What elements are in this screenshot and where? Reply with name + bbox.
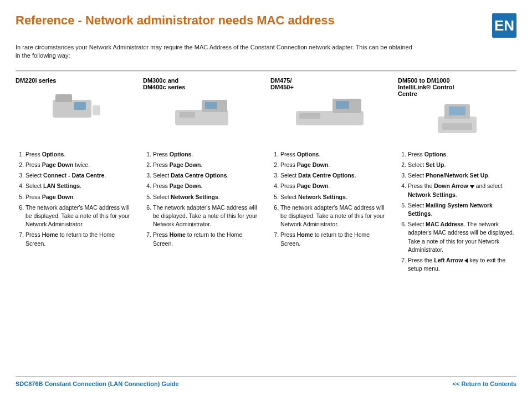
- product-image-dm500: [398, 100, 516, 137]
- step-item: Press Options.: [408, 150, 516, 159]
- meter-icon: [294, 95, 366, 129]
- step-item: Press the Down Arrow and select Network …: [408, 182, 516, 199]
- model-column-1: DM220i series: [16, 77, 134, 137]
- step-item: The network adapter's MAC address will b…: [25, 204, 134, 229]
- step-item: Select Network Settings.: [280, 193, 389, 201]
- meter-icon: [432, 101, 482, 136]
- svg-rect-14: [449, 106, 466, 115]
- step-item: Select Connect - Data Centre.: [25, 171, 134, 180]
- steps-column-4: Press Options.Select Set Up.Select Phone…: [398, 150, 516, 276]
- step-item: Press Home to return to the Home Screen.: [153, 231, 262, 247]
- product-image-dm475: [270, 94, 389, 130]
- step-item: Press Page Down.: [280, 161, 389, 169]
- step-item: Select MAC Address. The network adapter'…: [408, 220, 516, 254]
- step-item: Press Home to return to the Home Screen.: [280, 231, 389, 247]
- step-item: Press Options.: [25, 150, 134, 159]
- step-item: Press Page Down.: [280, 182, 389, 190]
- intro-paragraph: In rare circumstances your Network Admin…: [16, 43, 415, 60]
- steps-column-1: Press Options.Press Page Down twice.Sele…: [16, 150, 134, 276]
- product-image-dm300c: [143, 94, 262, 130]
- page-title: Reference - Network administrator needs …: [16, 13, 335, 28]
- section-divider: [16, 70, 516, 72]
- step-item: Press Page Down.: [25, 193, 134, 201]
- steps-row: Press Options.Press Page Down twice.Sele…: [16, 150, 516, 276]
- step-item: The network adapter's MAC address will b…: [280, 204, 389, 229]
- model-label: DM475/ DM450+: [270, 77, 389, 90]
- steps-column-3: Press Options.Press Page Down.Select Dat…: [270, 150, 389, 276]
- step-item: Press Page Down twice.: [25, 161, 134, 169]
- return-to-contents-link[interactable]: << Return to Contents: [452, 380, 516, 387]
- meter-icon: [172, 95, 233, 129]
- steps-list: Press Options.Press Page Down twice.Sele…: [16, 150, 134, 248]
- language-badge: EN: [492, 13, 516, 38]
- model-column-3: DM475/ DM450+: [270, 77, 389, 137]
- svg-rect-6: [205, 102, 217, 109]
- step-item: Select Mailing System Network Settings.: [408, 201, 516, 218]
- svg-rect-15: [442, 123, 472, 130]
- step-item: Select Data Centre Options.: [153, 171, 262, 180]
- page-footer: SDC876B Constant Connection (LAN Connect…: [16, 377, 516, 387]
- steps-list: Press Options.Press Page Down.Select Dat…: [143, 150, 262, 248]
- step-item: Press Page Down.: [153, 161, 262, 169]
- model-column-2: DM300c and DM400c series: [143, 77, 262, 137]
- step-item: Press Options.: [153, 150, 262, 159]
- model-label: DM220i series: [16, 77, 134, 84]
- footer-row: SDC876B Constant Connection (LAN Connect…: [16, 380, 516, 387]
- step-item: Select Phone/Network Set Up.: [408, 171, 516, 180]
- left-arrow-icon: [464, 258, 468, 263]
- step-item: Select LAN Settings.: [25, 182, 134, 190]
- svg-rect-1: [55, 94, 72, 102]
- step-item: Press the Left Arrow key to exit the set…: [408, 256, 516, 273]
- product-image-dm220i: [16, 87, 134, 124]
- step-item: Press Home to return to the Home Screen.: [25, 231, 134, 247]
- svg-rect-3: [93, 105, 100, 115]
- header-row: Reference - Network administrator needs …: [16, 13, 516, 38]
- meter-icon: [47, 89, 103, 122]
- svg-rect-2: [74, 102, 86, 110]
- model-column-4: DM500 to DM1000 IntelliLink® Control Cen…: [398, 77, 516, 137]
- step-item: Select Set Up.: [408, 161, 516, 169]
- document-page: Reference - Network administrator needs …: [0, 0, 532, 396]
- step-item: Press Page Down.: [153, 182, 262, 190]
- svg-rect-7: [180, 112, 195, 118]
- svg-rect-11: [299, 113, 320, 119]
- steps-column-2: Press Options.Press Page Down.Select Dat…: [143, 150, 262, 276]
- steps-list: Press Options.Select Set Up.Select Phone…: [398, 150, 516, 273]
- step-item: Select Data Centre Options.: [280, 171, 389, 180]
- models-row: DM220i series DM300c and DM400c series: [16, 77, 516, 137]
- model-label: DM500 to DM1000 IntelliLink® Control Cen…: [398, 77, 516, 97]
- step-item: The network adapter's MAC address will b…: [153, 204, 262, 229]
- step-item: Select Network Settings.: [153, 193, 262, 201]
- down-arrow-icon: [470, 185, 474, 189]
- footer-doc-title: SDC876B Constant Connection (LAN Connect…: [16, 380, 179, 387]
- svg-rect-10: [336, 101, 349, 109]
- model-label: DM300c and DM400c series: [143, 77, 262, 90]
- step-item: Press Options.: [280, 150, 389, 159]
- footer-divider: [16, 377, 516, 377]
- steps-list: Press Options.Press Page Down.Select Dat…: [270, 150, 389, 248]
